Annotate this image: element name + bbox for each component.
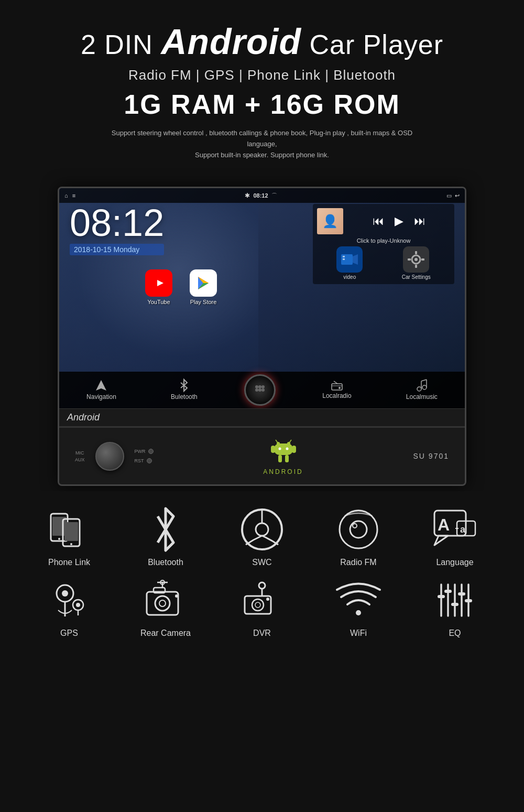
svg-point-21	[255, 388, 258, 392]
player-section: ⌂ ≡ ✱ 08:12 ⌒ ▭ ↩ 08:12 2018-10-15 Monda…	[0, 181, 524, 491]
volume-knob[interactable]	[95, 442, 124, 471]
feature-bluetooth: Bluetooth	[124, 507, 208, 567]
car-settings-icon	[403, 246, 429, 273]
bluetooth-icon	[144, 507, 188, 551]
feature-language: A a Language	[413, 507, 497, 567]
rst-label: RST	[135, 458, 144, 463]
feature-eq: EQ	[413, 578, 497, 638]
dvr-icon	[240, 578, 285, 622]
playstore-label: Play Store	[190, 299, 217, 305]
svg-rect-88	[451, 603, 458, 606]
clock-area: 08:12 2018-10-15 Monday	[70, 204, 164, 255]
svg-line-32	[421, 380, 427, 381]
media-apps-row: video Ca	[317, 246, 450, 280]
feature-radio-fm: Radio FM	[316, 507, 400, 567]
clock-time: 08:12	[70, 204, 164, 242]
video-label: video	[343, 274, 356, 280]
svg-rect-86	[438, 595, 445, 598]
title-android: Android	[161, 21, 301, 61]
nav-localmusic[interactable]: Localmusic	[398, 377, 445, 403]
media-thumbnail: 👤	[317, 208, 343, 234]
rewind-icon[interactable]: ⏮	[373, 214, 384, 228]
svg-rect-38	[271, 446, 275, 453]
svg-point-12	[414, 258, 418, 261]
svg-rect-16	[421, 258, 424, 261]
swc-label: SWC	[252, 558, 271, 567]
youtube-icon	[145, 269, 172, 297]
android-label: Android	[67, 412, 100, 423]
main-title: 2 DIN Android Car Player	[10, 21, 514, 62]
nav-localmusic-label: Localmusic	[406, 393, 438, 400]
svg-marker-17	[96, 380, 106, 391]
svg-marker-57	[434, 536, 448, 545]
playstore-app[interactable]: Play Store	[185, 269, 222, 305]
battery-icon: ▭	[446, 192, 452, 199]
nav-navigation[interactable]: Navigation	[79, 377, 124, 403]
svg-point-42	[278, 447, 281, 450]
aux-label: AUX	[75, 457, 85, 462]
bluetooth-label: Bluetooth	[148, 558, 183, 567]
menu-icon: ≡	[72, 192, 75, 199]
wifi-label: WiFi	[350, 629, 367, 638]
svg-point-26	[339, 387, 341, 389]
svg-point-18	[255, 385, 258, 388]
android-label-strip: Android	[59, 408, 465, 427]
pwr-control[interactable]: PWR	[135, 449, 154, 454]
mic-label: MIC	[75, 450, 84, 456]
media-player[interactable]: 👤 ⏮ ▶ ⏭ Click to play-Unknow video	[313, 204, 454, 284]
screen-area[interactable]: ⌂ ≡ ✱ 08:12 ⌒ ▭ ↩ 08:12 2018-10-15 Monda…	[59, 188, 465, 408]
svg-rect-48	[64, 522, 78, 541]
feature-swc: SWC	[220, 507, 304, 567]
svg-point-19	[258, 385, 261, 388]
wifi-icon	[336, 578, 381, 622]
media-controls[interactable]: ⏮ ▶ ⏭	[347, 214, 450, 228]
svg-point-68	[159, 600, 166, 607]
video-app[interactable]: video	[336, 246, 363, 280]
svg-point-63	[62, 590, 68, 597]
car-settings-app[interactable]: Car Settings	[402, 246, 431, 280]
svg-rect-37	[274, 443, 293, 455]
svg-point-51	[256, 523, 268, 536]
title-suffix: Car Player	[309, 29, 443, 60]
svg-rect-90	[465, 599, 472, 602]
unit-model-number: SU 9701	[413, 451, 449, 461]
svg-rect-10	[343, 258, 345, 260]
svg-point-78	[255, 602, 260, 608]
android-robot-icon	[268, 437, 299, 466]
media-thumb: 👤 ⏮ ▶ ⏭	[317, 208, 450, 234]
app-icons-row: YouTube Play Store	[140, 269, 222, 305]
unit-center-logo: android	[263, 437, 303, 475]
back-icon: ↩	[455, 192, 460, 199]
svg-point-54	[350, 521, 367, 538]
play-icon[interactable]: ▶	[395, 214, 403, 228]
svg-point-23	[261, 388, 265, 392]
wifi-status-icon: ⌒	[271, 192, 277, 200]
svg-point-20	[261, 385, 265, 388]
pwr-dot[interactable]	[148, 449, 154, 454]
nav-bar[interactable]: Navigation Buletooth	[59, 372, 465, 408]
unit-bottom-panel: MIC AUX PWR RST	[59, 427, 465, 484]
nav-center-button[interactable]	[244, 374, 276, 406]
rst-control[interactable]: RST	[135, 458, 154, 463]
nav-bluetooth[interactable]: Buletooth	[163, 377, 205, 403]
svg-point-67	[155, 596, 170, 611]
swc-icon	[240, 507, 285, 551]
nav-localradio[interactable]: Localradio	[314, 378, 359, 402]
forward-icon[interactable]: ⏭	[414, 214, 425, 228]
svg-rect-24	[332, 384, 342, 390]
language-label: Language	[436, 558, 473, 567]
svg-point-22	[258, 388, 261, 392]
svg-point-49	[70, 543, 72, 545]
svg-rect-13	[415, 251, 417, 254]
android-logo-text: android	[263, 468, 303, 475]
svg-point-77	[252, 599, 264, 611]
svg-point-29	[422, 385, 427, 389]
svg-rect-39	[292, 446, 296, 453]
svg-rect-15	[408, 258, 411, 261]
status-bar: ⌂ ≡ ✱ 08:12 ⌒ ▭ ↩	[59, 188, 465, 203]
rst-dot[interactable]	[147, 458, 152, 463]
rear-camera-icon	[144, 578, 188, 622]
clock-date: 2018-10-15 Monday	[70, 244, 164, 255]
status-time: 08:12	[253, 192, 268, 199]
youtube-app[interactable]: YouTube	[140, 269, 177, 305]
